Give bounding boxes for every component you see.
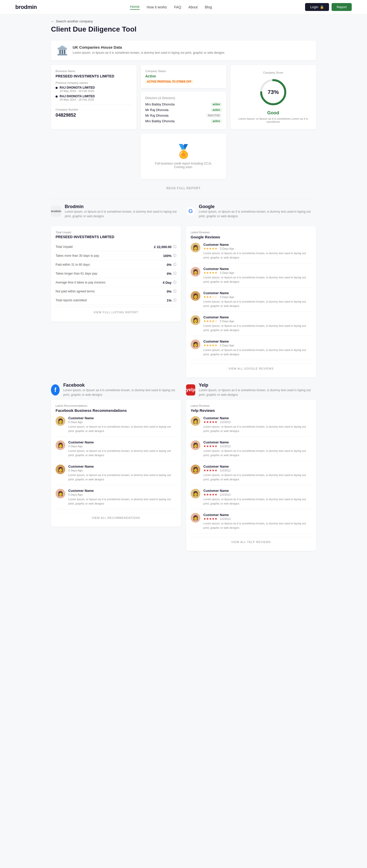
google-section: G Google Lorem ipsum, or lipsum as it is… <box>186 204 316 221</box>
nav-link-how[interactable]: How it works <box>147 5 167 9</box>
directors-label: Directors (4 Directors) <box>145 96 222 100</box>
payment-key-1: Total Unpaid <box>56 245 73 249</box>
director-name-2: Mr Raj Dhonota <box>145 108 168 112</box>
yelp-date-4: 1/2/2012 <box>220 493 231 496</box>
google-reviewer-avatar-4: 👩 <box>191 315 200 325</box>
nav-link-about[interactable]: About <box>188 5 198 9</box>
info-icon-7: ⓘ <box>173 298 176 303</box>
business-name-label: Business Name <box>56 69 132 72</box>
fb-name-2: Customer Name <box>68 440 176 444</box>
view-listing-link[interactable]: VIEW FULL LISTING REPORT <box>93 311 138 314</box>
fb-text-3: Lorem ipsum, or lipsum as it is sometime… <box>68 473 176 482</box>
google-reviewer-name-2: Customer Name <box>203 267 311 271</box>
google-review-text-4: Lorem ipsum, or lipsum as it is sometime… <box>203 324 311 332</box>
google-review-2: 👩 Customer Name ★★★★★ 5 Days Ago Lorem i… <box>191 267 311 287</box>
payment-company: PRESEED INVESTMENTS LIMITED <box>56 235 176 239</box>
yelp-date-1: 1/2/2012 <box>220 421 231 424</box>
yelp-avatar-3: 👩 <box>191 465 200 474</box>
yelp-date-2: 1/2/2012 <box>220 445 231 448</box>
svg-text:G: G <box>188 208 193 214</box>
score-desc: Lorem ipsum, or lipsum as it is sometime… <box>235 117 311 123</box>
score-label: Company Score <box>263 71 283 74</box>
report-button[interactable]: Report <box>332 3 352 11</box>
fb-name-1: Customer Name <box>68 416 176 420</box>
prev-names-label: Previous company names <box>56 81 132 84</box>
breadcrumb-section: ← Search another company Client Due Dili… <box>51 14 316 36</box>
yelp-review-4: 👩 Customer Name ★★★★★ 1/2/2012 Lorem ips… <box>191 489 311 509</box>
prev-name-text-2: RAJ DHONOTA LIMITED <box>60 94 95 98</box>
view-all-yelp: VIEW ALL YELP REVIEWS <box>191 537 311 546</box>
yelp-name-3: Customer Name <box>203 465 311 468</box>
yelp-avatar-5: 👩 <box>191 513 200 523</box>
yelp-avatar-2: 👩 <box>191 440 200 450</box>
prev-name-1: RAJ DHONOTA LIMITED 24 May 2018 - 18 Feb… <box>56 86 132 92</box>
status-card: Company Status Active ACTIVE PROPOSAL TO… <box>141 65 226 88</box>
arrow-left-icon: ← <box>51 19 54 23</box>
google-stars-3: ★★★☆☆ <box>203 295 217 299</box>
google-header: G Google Lorem ipsum, or lipsum as it is… <box>186 204 316 219</box>
yelp-review-2: 👩 Customer Name ★★★★★ 1/2/2012 Lorem ips… <box>191 440 311 461</box>
google-stars-5: ★★★★★ <box>203 344 217 347</box>
google-logo: G <box>186 206 195 217</box>
login-button[interactable]: Login 🔒 <box>305 3 329 11</box>
payment-row-7: Total reports submitted: 1% ⓘ <box>56 296 176 305</box>
fb-date-2: 5 Days Ago <box>68 445 83 448</box>
director-row-3: Mr Raj Dhonota INACTIVE <box>145 114 222 117</box>
payment-key-4: Takes longer than 61 days pay: <box>56 272 98 275</box>
read-full-report-link[interactable]: READ FULL REPORT <box>166 186 201 190</box>
lock-text: Full business credit report including CC… <box>145 162 222 165</box>
lock-icon: 🔒 <box>320 5 324 9</box>
score-card: Company Score 73% Good Lorem ipsum, or l… <box>230 65 316 129</box>
nav-link-blog[interactable]: Blog <box>205 5 212 9</box>
fb-date-4: 5 Days Ago <box>68 493 83 496</box>
google-date-3: 5 Days Ago <box>220 296 234 299</box>
google-desc: Lorem ipsum, or lipsum as it is sometime… <box>199 209 316 219</box>
payment-label: Total Unpaid <box>56 231 176 234</box>
info-icon-5: ⓘ <box>173 280 176 285</box>
google-review-5: 👩 Customer Name ★★★★★ 5 Days Ago Lorem i… <box>191 340 311 360</box>
google-review-text-5: Lorem ipsum, or lipsum as it is sometime… <box>203 348 311 356</box>
score-text: Good <box>267 110 279 116</box>
payment-key-3: Paid within 31 to 60 days: <box>56 263 90 267</box>
brodmin-section: brodmin Brodmin Lorem ipsum, or lipsum a… <box>51 204 181 221</box>
view-all-fb-link[interactable]: VIEW ALL RECOMMENDATIONS <box>92 516 140 519</box>
banner-title: UK Companies House Data <box>73 45 225 50</box>
info-icon-6: ⓘ <box>173 289 176 294</box>
google-reviews-title: Google Reviews <box>191 235 311 239</box>
info-icon-3: ⓘ <box>173 262 176 267</box>
google-review-4: 👩 Customer Name ★★★★☆ 5 Days Ago Lorem i… <box>191 315 311 336</box>
payment-section: Total Unpaid PRESEED INVESTMENTS LIMITED… <box>51 226 181 377</box>
director-name-3: Mr Raj Dhonota <box>145 114 168 117</box>
google-reviews-card: Latest Reviews Google Reviews 👩 Customer… <box>186 226 316 377</box>
payment-val-6: 0% ⓘ <box>167 289 176 294</box>
google-stars-4: ★★★★☆ <box>203 319 217 323</box>
nav-links: Home How it works FAQ About Blog <box>130 5 212 10</box>
fb-avatar-2: 👩 <box>56 440 65 450</box>
yelp-text-3: Lorem ipsum, or lipsum as it is sometime… <box>203 473 311 482</box>
yelp-reviews-label: Latest Reviews <box>191 404 311 407</box>
back-link[interactable]: ← Search another company <box>51 19 316 23</box>
google-date-1: 5 Days Ago <box>220 247 234 250</box>
payment-key-7: Total reports submitted: <box>56 299 87 302</box>
nav-link-home[interactable]: Home <box>130 5 139 10</box>
yelp-header: yelp Yelp Lorem ipsum, or lipsum as it i… <box>186 382 316 397</box>
company-data-grid: Business Name PRESEED INVESTMENTS LIMITE… <box>51 65 316 129</box>
yelp-review-3: 👩 Customer Name ★★★★★ 1/2/2012 Lorem ips… <box>191 465 311 485</box>
view-all-google-link[interactable]: VIEW ALL GOOGLE REVIEWS <box>228 367 274 370</box>
nav-link-faq[interactable]: FAQ <box>174 5 181 9</box>
view-all-yelp-link[interactable]: VIEW ALL YELP REVIEWS <box>231 540 271 544</box>
info-icon-2: ⓘ <box>173 253 176 258</box>
uk-companies-banner: 🏛️ UK Companies House Data Lorem ipsum, … <box>51 40 316 60</box>
facebook-section: f Facebook Lorem ipsum, or lipsum as it … <box>51 382 181 551</box>
fb-avatar-1: 👩 <box>56 416 65 426</box>
view-all-google: VIEW ALL GOOGLE REVIEWS <box>191 364 311 373</box>
google-reviewer-avatar-1: 👩 <box>191 243 200 252</box>
companies-house-icon: 🏛️ <box>57 45 68 56</box>
google-name: Google <box>199 204 316 209</box>
recs-title: Facebook Business Recommendations <box>56 408 176 413</box>
yelp-review-1: 👩 Customer Name ★★★★★ 1/2/2012 Lorem ips… <box>191 416 311 437</box>
fb-rec-1: 👩 Customer Name 5 Days Ago Lorem ipsum, … <box>56 416 176 437</box>
payment-row-6: Not paid within agreed terms: 0% ⓘ <box>56 287 176 296</box>
fb-text-4: Lorem ipsum, or lipsum as it is sometime… <box>68 497 176 505</box>
google-stars-1: ★★★★★ <box>203 247 217 250</box>
